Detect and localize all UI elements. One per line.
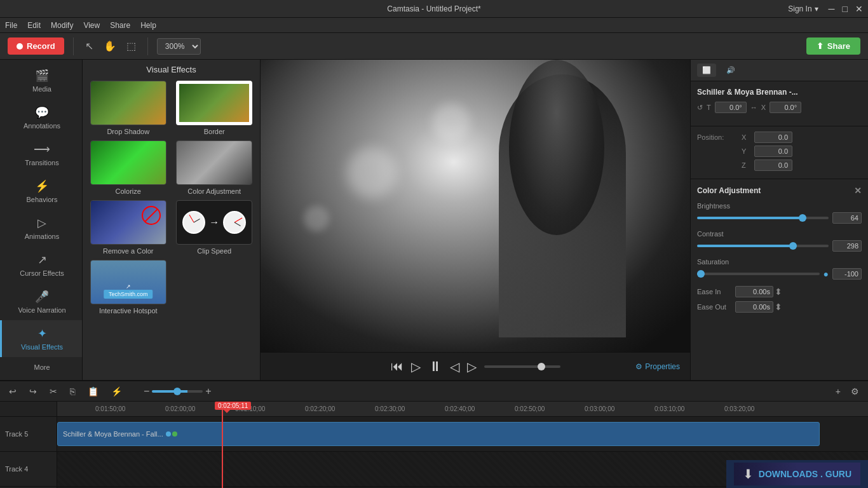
undo-button[interactable]: ↩ (5, 385, 20, 398)
menu-view[interactable]: View (83, 21, 100, 30)
brightness-slider[interactable] (697, 217, 829, 219)
sidebar-item-voice-narration[interactable]: 🎤 Voice Narration (0, 283, 82, 320)
share-button[interactable]: ⬆ Share (806, 37, 860, 55)
prev-frame-button[interactable]: ◁ (450, 359, 459, 374)
next-frame-button[interactable]: ▷ (467, 359, 477, 374)
menu-help[interactable]: Help (140, 21, 156, 30)
record-button[interactable]: Record (8, 37, 64, 55)
ease-in-stepper[interactable]: ⬍ (775, 287, 782, 297)
playback-progress[interactable] (484, 365, 560, 368)
contrast-input[interactable]: 298 (832, 240, 862, 252)
effect-drop-shadow[interactable]: Drop Shadow (88, 81, 169, 135)
brightness-input[interactable]: 64 (832, 212, 862, 224)
saturation-slider[interactable] (697, 273, 820, 275)
colorize-label: Colorize (116, 187, 141, 195)
properties-button[interactable]: ⚙ Properties (635, 362, 680, 371)
effect-colorize[interactable]: Colorize (88, 140, 169, 195)
ease-out-input[interactable]: 0.00s (735, 301, 773, 313)
right-panel: ⬜ 🔊 Schiller & Moya Brennan -... ↺ T 0.0… (690, 60, 868, 380)
sidebar-item-media[interactable]: 🎬 Media (0, 62, 82, 99)
media-info-section: Schiller & Moya Brennan -... ↺ T 0.0° ↔ … (691, 81, 868, 126)
timeline-zoom: − + (144, 386, 212, 397)
remove-color-thumb (90, 200, 166, 245)
signin-button[interactable]: Sign In ▾ (788, 4, 818, 13)
close-button[interactable]: ✕ (855, 4, 863, 14)
saturation-dot-icon: ● (824, 269, 829, 279)
ease-out-stepper[interactable]: ⬍ (775, 302, 782, 312)
properties-tab-visual[interactable]: ⬜ (697, 64, 716, 77)
gear-icon: ⚙ (635, 362, 642, 371)
crop-tool-icon[interactable]: ⬚ (124, 37, 139, 55)
position-z-input[interactable]: 0.0 (754, 159, 792, 171)
cut-button[interactable]: ✂ (46, 385, 61, 398)
menu-share[interactable]: Share (110, 21, 130, 30)
ruler-mark-2: 0:02:00;00 (165, 405, 195, 412)
zoom-in-icon[interactable]: + (205, 386, 211, 397)
ease-out-label: Ease Out (697, 303, 735, 311)
x-transform-input[interactable] (770, 102, 801, 113)
split-button[interactable]: ⚡ (107, 385, 126, 398)
zoom-select[interactable]: 300% 100% 200% 50% (157, 38, 201, 55)
zoom-out-icon[interactable]: − (144, 386, 149, 397)
select-tool-icon[interactable]: ↖ (83, 37, 96, 55)
maximize-button[interactable]: □ (843, 4, 848, 14)
playback-thumb[interactable] (538, 363, 545, 370)
sidebar-item-visual-effects[interactable]: ✦ Visual Effects (0, 320, 82, 357)
redo-button[interactable]: ↪ (25, 385, 41, 398)
ruler-spacer (0, 402, 57, 417)
menu-edit[interactable]: Edit (27, 21, 41, 30)
watermark-text: DOWNLOADS . GURU (759, 469, 851, 479)
effect-border[interactable]: Border (174, 81, 255, 135)
xtransform-row: ↔ X (750, 102, 801, 113)
properties-header: ⬜ 🔊 (691, 60, 868, 81)
contrast-slider[interactable] (697, 245, 829, 247)
clip-speed-thumb: → (176, 200, 252, 245)
add-track-button[interactable]: + (832, 385, 844, 398)
effect-interactive-hotspot[interactable]: TechSmith.com ↗ Interactive Hotspot (88, 260, 169, 315)
sidebar: 🎬 Media 💬 Annotations ⟶ Transitions ⚡ Be… (0, 60, 83, 380)
timeline-zoom-slider[interactable] (152, 390, 203, 393)
ease-in-row: Ease In 0.00s ⬍ (697, 286, 862, 297)
properties-tab-audio[interactable]: 🔊 (721, 64, 740, 77)
rotation-input[interactable]: 0.0° (715, 102, 747, 113)
sidebar-item-animations[interactable]: ▷ Animations (0, 210, 82, 247)
contrast-label: Contrast (697, 230, 724, 238)
animations-icon: ▷ (37, 216, 46, 230)
sidebar-item-cursor-effects[interactable]: ↗ Cursor Effects (0, 247, 82, 283)
record-dot-icon (17, 43, 23, 50)
drop-shadow-thumb (90, 81, 166, 125)
effect-remove-color[interactable]: Remove a Color (88, 200, 169, 255)
saturation-label: Saturation (697, 258, 729, 266)
sidebar-item-annotations[interactable]: 💬 Annotations (0, 99, 82, 136)
menu-modify[interactable]: Modify (51, 21, 73, 30)
minimize-button[interactable]: ─ (829, 4, 835, 14)
saturation-input[interactable]: -100 (832, 268, 862, 280)
track-settings-button[interactable]: ⚙ (847, 385, 863, 398)
sidebar-item-more[interactable]: More (0, 357, 82, 377)
rewind-button[interactable]: ⏮ (391, 359, 403, 374)
copy-button[interactable]: ⎘ (66, 385, 79, 398)
position-y-row: Y 0.0 (742, 146, 862, 157)
track-5-clip[interactable]: Schiller & Moya Brennan - Fall... (57, 422, 820, 446)
effects-grid: Drop Shadow Border Colorize Color Adjust… (88, 81, 255, 315)
ease-in-input[interactable]: 0.00s (735, 286, 773, 297)
color-adjustment-close[interactable]: ✕ (854, 186, 862, 196)
position-y-input[interactable]: 0.0 (754, 146, 792, 157)
sidebar-item-behaviors[interactable]: ⚡ Behaviors (0, 173, 82, 210)
play-start-button[interactable]: ▷ (411, 359, 421, 374)
pause-button[interactable]: ⏸ (428, 358, 442, 375)
toolbar-separator2 (147, 37, 148, 55)
position-x-input[interactable]: 0.0 (754, 132, 792, 143)
z-axis-label: Z (742, 161, 754, 169)
menu-file[interactable]: File (5, 21, 17, 30)
playhead-time-label: 0:02:05;11 (215, 402, 251, 410)
ease-out-row: Ease Out 0.00s ⬍ (697, 301, 862, 313)
effect-clip-speed[interactable]: → Clip Speed (174, 200, 255, 255)
effect-color-adjustment[interactable]: Color Adjustment (174, 140, 255, 195)
position-z-row: Z 0.0 (742, 159, 862, 171)
ruler-mark-1: 0:01:50;00 (95, 405, 125, 412)
paste-button[interactable]: 📋 (84, 385, 102, 398)
downloads-icon: ⬇ (743, 466, 754, 482)
pan-tool-icon[interactable]: ✋ (101, 37, 119, 55)
sidebar-item-transitions[interactable]: ⟶ Transitions (0, 136, 82, 173)
